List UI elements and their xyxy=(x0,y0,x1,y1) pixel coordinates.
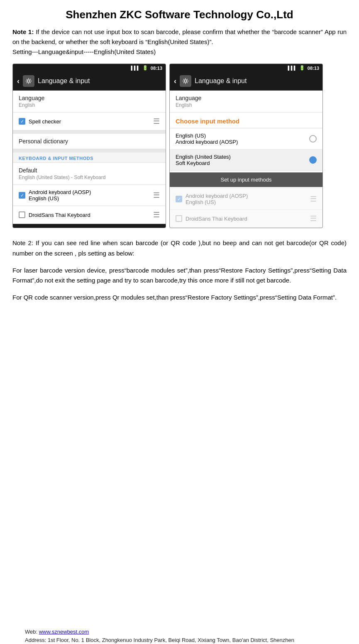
footer-web: Web: www.sznewbest.com xyxy=(25,628,334,636)
right-phone-screen: ▌▌▌ 🔋 08:13 ‹ Language & input Language … xyxy=(169,64,323,228)
right-battery-icon: 🔋 xyxy=(299,65,305,71)
left-android-keyboard-title: Android keyboard (AOSP) xyxy=(29,189,91,195)
footer-web-link[interactable]: www.sznewbest.com xyxy=(39,629,89,635)
overlay-option-english-us[interactable]: English (US) Android keyboard (AOSP) xyxy=(170,128,322,150)
right-droidsans-checkbox xyxy=(176,215,182,222)
choose-input-title: Choose input method xyxy=(170,113,322,128)
right-status-bar: ▌▌▌ 🔋 08:13 xyxy=(170,64,322,72)
footer-address: Address: 1st Floor, No. 1 Block, Zhongke… xyxy=(25,636,334,644)
overlay-option-english-us-title: English (US) xyxy=(176,133,238,139)
choose-input-overlay: Choose input method English (US) Android… xyxy=(170,113,322,187)
left-spell-checker-settings-icon[interactable]: ☰ xyxy=(153,117,160,126)
left-android-keyboard-sub: English (US) xyxy=(29,195,91,202)
note2-text: If you can see red line when scan barcod… xyxy=(12,239,347,257)
left-signal-icon: ▌▌▌ xyxy=(131,66,140,70)
left-screen-header: ‹ Language & input xyxy=(13,72,166,91)
right-screen-header: ‹ Language & input xyxy=(170,72,322,91)
overlay-option-english-us-soft[interactable]: English (United States) Soft Keyboard xyxy=(170,150,322,171)
left-battery-icon: 🔋 xyxy=(142,65,148,71)
left-droidsans-checkbox[interactable] xyxy=(19,211,25,218)
note2-para2: For QR code scanner version,press Qr mod… xyxy=(12,293,347,303)
right-android-keyboard-label: ✓ Android keyboard (AOSP) English (US) xyxy=(176,193,248,205)
left-default-item[interactable]: Default English (United States) - Soft K… xyxy=(13,163,166,185)
right-android-keyboard-title: Android keyboard (AOSP) xyxy=(186,193,248,199)
note2-label: Note 2: xyxy=(12,239,33,246)
right-android-keyboard-item: ✓ Android keyboard (AOSP) English (US) ☰ xyxy=(170,189,322,210)
footer-web-label: Web: xyxy=(25,629,39,635)
right-language-item[interactable]: Language English xyxy=(170,91,322,113)
svg-point-0 xyxy=(27,80,30,82)
note1-block: Note 1: If the device can not use input … xyxy=(12,27,347,57)
right-android-keyboard-checkbox: ✓ xyxy=(176,196,182,202)
overlay-option-english-us-sub: Android keyboard (AOSP) xyxy=(176,139,238,145)
left-droidsans-item[interactable]: DroidSans Thai Keyboard ☰ xyxy=(13,206,166,224)
right-android-keyboard-settings-icon: ☰ xyxy=(310,194,317,204)
left-back-arrow-icon[interactable]: ‹ xyxy=(17,77,20,86)
left-language-sub: English xyxy=(19,102,160,108)
left-android-keyboard-label: ✓ Android keyboard (AOSP) English (US) xyxy=(19,189,91,202)
right-droidsans-label: DroidSans Thai Keyboard xyxy=(176,215,247,222)
left-droidsans-title: DroidSans Thai Keyboard xyxy=(29,212,90,218)
screenshots-container: ▌▌▌ 🔋 08:13 ‹ Language & input Language … xyxy=(12,64,347,228)
note1-label: Note 1: xyxy=(12,28,34,35)
left-time: 08:13 xyxy=(151,66,162,71)
overlay-option-english-us-soft-sub: Soft Keyboard xyxy=(176,160,231,166)
note2-para1: For laser barcode version device, press“… xyxy=(12,265,347,286)
note2-block: Note 2: If you can see red line when sca… xyxy=(12,238,347,259)
overlay-option-english-us-radio[interactable] xyxy=(309,135,317,143)
left-spell-checker-text: Spell checker xyxy=(29,118,61,125)
right-signal-icon: ▌▌▌ xyxy=(288,66,297,70)
left-screen-body: Language English ✓ Spell checker ☰ Perso… xyxy=(13,91,166,224)
footer: Web: www.sznewbest.com Address: 1st Floo… xyxy=(25,628,334,644)
left-spell-checker-item[interactable]: ✓ Spell checker ☰ xyxy=(13,113,166,130)
overlay-option-english-us-soft-radio[interactable] xyxy=(309,156,317,164)
left-android-keyboard-item[interactable]: ✓ Android keyboard (AOSP) English (US) ☰ xyxy=(13,185,166,206)
left-default-title: Default xyxy=(19,167,160,174)
left-keyboard-section-header: KEYBOARD & INPUT METHODS xyxy=(13,152,166,163)
right-droidsans-settings-icon: ☰ xyxy=(310,214,317,223)
left-spell-checker-checkbox[interactable]: ✓ xyxy=(19,118,25,125)
page-title: Shenzhen ZKC Software Technology Co.,Ltd xyxy=(12,8,347,21)
right-time: 08:13 xyxy=(308,66,319,71)
overlay-option-english-us-soft-title: English (United States) xyxy=(176,154,231,160)
note1-setting-path: Setting---Language&input-----English(Uni… xyxy=(12,48,156,55)
svg-point-1 xyxy=(184,80,187,82)
note1-text: If the device can not use input box to s… xyxy=(12,28,347,45)
left-language-title: Language xyxy=(19,95,160,101)
right-droidsans-title: DroidSans Thai Keyboard xyxy=(186,216,247,222)
left-personal-dict-item[interactable]: Personal dictionary xyxy=(13,134,166,149)
right-language-sub: English xyxy=(176,102,317,108)
left-divider1 xyxy=(13,130,166,134)
right-header-settings-icon xyxy=(180,75,191,87)
left-header-settings-icon xyxy=(23,75,34,87)
right-android-keyboard-sub: English (US) xyxy=(186,199,248,205)
right-screen-body: Language English Choose input method Eng… xyxy=(170,91,322,228)
set-up-input-methods-btn[interactable]: Set up input methods xyxy=(170,172,322,187)
left-status-bar: ▌▌▌ 🔋 08:13 xyxy=(13,64,166,72)
left-phone-screen: ▌▌▌ 🔋 08:13 ‹ Language & input Language … xyxy=(12,64,166,228)
right-header-title: Language & input xyxy=(195,77,247,85)
left-android-keyboard-settings-icon[interactable]: ☰ xyxy=(153,191,160,200)
left-spell-checker-label: ✓ Spell checker xyxy=(19,118,61,125)
right-droidsans-item: DroidSans Thai Keyboard ☰ xyxy=(170,210,322,228)
left-header-title: Language & input xyxy=(38,77,90,85)
left-default-sub: English (United States) - Soft Keyboard xyxy=(19,175,160,180)
left-droidsans-label: DroidSans Thai Keyboard xyxy=(19,211,90,218)
right-back-arrow-icon[interactable]: ‹ xyxy=(174,77,176,86)
left-personal-dict-title: Personal dictionary xyxy=(19,138,160,145)
right-language-title: Language xyxy=(176,95,317,101)
left-divider2 xyxy=(13,149,166,152)
left-android-keyboard-checkbox[interactable]: ✓ xyxy=(19,192,25,199)
left-language-item[interactable]: Language English xyxy=(13,91,166,113)
left-droidsans-settings-icon[interactable]: ☰ xyxy=(153,210,160,219)
